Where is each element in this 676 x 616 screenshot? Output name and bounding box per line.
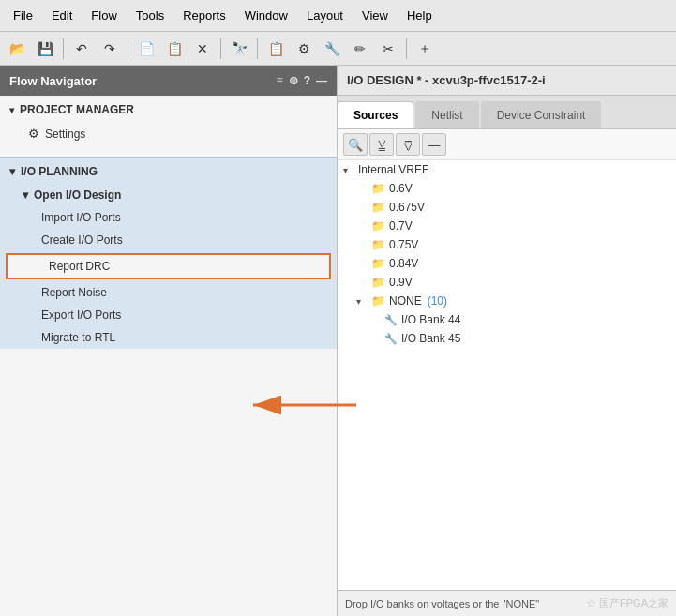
- 0675v-label: 0.675V: [389, 201, 425, 214]
- nav-close-icon[interactable]: —: [316, 74, 327, 87]
- spacer-1: [0, 145, 337, 157]
- import-io-ports-label: Import I/O Ports: [41, 211, 121, 224]
- task-button[interactable]: 📋: [263, 36, 289, 62]
- tree-internal-vref[interactable]: ▾ Internal VREF: [338, 160, 676, 179]
- project-manager-label: PROJECT MANAGER: [20, 103, 134, 116]
- wrench-button[interactable]: 🔧: [319, 36, 345, 62]
- menu-edit[interactable]: Edit: [42, 3, 82, 28]
- menu-window[interactable]: Window: [235, 3, 297, 28]
- menu-view[interactable]: View: [353, 3, 398, 28]
- toolbar-separator-4: [257, 38, 258, 59]
- menu-reports[interactable]: Reports: [173, 3, 235, 28]
- open-io-design-item[interactable]: ▾ Open I/O Design: [0, 184, 337, 206]
- tree-06v[interactable]: 📁 0.6V: [338, 179, 676, 198]
- toolbar-separator-1: [63, 38, 64, 59]
- menu-help[interactable]: Help: [398, 3, 442, 28]
- 084v-label: 0.84V: [389, 257, 418, 270]
- status-text: Drop I/O banks on voltages or the "NONE": [345, 598, 539, 609]
- settings-nav-item[interactable]: ⚙ Settings: [0, 122, 337, 145]
- collapse-all-button[interactable]: ⩣: [369, 133, 394, 156]
- navigator-title: Flow Navigator: [9, 74, 97, 88]
- folder-icon-09v: 📁: [371, 276, 385, 289]
- tree-io-bank-45[interactable]: 🔧 I/O Bank 45: [338, 329, 676, 348]
- nav-pin-icon[interactable]: ⊜: [289, 74, 298, 87]
- tab-netlist[interactable]: Netlist: [415, 101, 478, 128]
- toolbar-separator-5: [406, 38, 407, 59]
- menu-file[interactable]: File: [4, 3, 42, 28]
- migrate-to-rtl-label: Migrate to RTL: [41, 331, 115, 344]
- settings-label: Settings: [45, 128, 85, 141]
- tab-device-constraint[interactable]: Device Constraint: [481, 101, 602, 128]
- search-sources-button[interactable]: 🔍: [343, 133, 368, 156]
- save-button[interactable]: 💾: [32, 36, 58, 62]
- flow-navigator: Flow Navigator ≡ ⊜ ? — ▾ PROJECT MANAGER…: [0, 66, 338, 616]
- menu-layout[interactable]: Layout: [297, 3, 353, 28]
- settings-button[interactable]: ⚙: [291, 36, 317, 62]
- folder-icon-075v: 📁: [371, 238, 385, 251]
- create-io-ports-item[interactable]: Create I/O Ports: [0, 229, 337, 251]
- 06v-label: 0.6V: [389, 182, 413, 195]
- tree-084v[interactable]: 📁 0.84V: [338, 254, 676, 273]
- project-manager-chevron: ▾: [9, 105, 14, 115]
- delete-button[interactable]: ✕: [189, 36, 216, 62]
- paste-button[interactable]: 📋: [161, 36, 188, 62]
- folder-icon-none: 📁: [371, 294, 385, 308]
- toolbar-separator-2: [128, 38, 128, 59]
- 07v-label: 0.7V: [389, 219, 413, 233]
- 075v-label: 0.75V: [389, 238, 418, 251]
- menu-bar: File Edit Flow Tools Reports Window Layo…: [0, 0, 676, 32]
- io-planning-header[interactable]: ▾ I/O PLANNING: [0, 158, 337, 184]
- redo-button[interactable]: ↷: [97, 36, 123, 62]
- tree-io-bank-44[interactable]: 🔧 I/O Bank 44: [338, 310, 676, 329]
- none-chevron: ▾: [356, 296, 368, 307]
- tab-sources[interactable]: Sources: [338, 101, 413, 128]
- none-label: NONE: [389, 294, 422, 308]
- nav-help-icon[interactable]: ?: [304, 74, 310, 87]
- tree-none[interactable]: ▾ 📁 NONE (10): [338, 292, 676, 310]
- navigator-controls: ≡ ⊜ ? —: [277, 74, 327, 87]
- nav-collapse-icon[interactable]: ≡: [277, 74, 283, 87]
- menu-tools[interactable]: Tools: [127, 3, 173, 28]
- import-io-ports-item[interactable]: Import I/O Ports: [0, 206, 337, 229]
- open-button[interactable]: 📂: [4, 36, 30, 62]
- tree-09v[interactable]: 📁 0.9V: [338, 273, 676, 292]
- report-drc-item[interactable]: Report DRC: [6, 253, 331, 279]
- status-bar: Drop I/O banks on voltages or the "NONE"…: [338, 590, 676, 616]
- folder-icon-06v: 📁: [371, 182, 385, 195]
- internal-vref-label: Internal VREF: [358, 163, 428, 176]
- main-toolbar: 📂 💾 ↶ ↷ 📄 📋 ✕ 🔭 📋 ⚙ 🔧 ✏ ✂ ＋: [0, 32, 676, 66]
- report-noise-item[interactable]: Report Noise: [0, 281, 337, 304]
- pencil-button[interactable]: ✏: [347, 36, 373, 62]
- io-planning-label: I/O PLANNING: [21, 165, 98, 178]
- copy-button[interactable]: 📄: [133, 36, 159, 62]
- menu-flow[interactable]: Flow: [82, 3, 126, 28]
- migrate-to-rtl-item[interactable]: Migrate to RTL: [0, 326, 337, 349]
- export-io-ports-label: Export I/O Ports: [41, 308, 121, 322]
- io-bank-45-label: I/O Bank 45: [401, 332, 460, 345]
- add-button[interactable]: ＋: [412, 36, 438, 62]
- tree-0675v[interactable]: 📁 0.675V: [338, 198, 676, 217]
- toolbar-separator-3: [220, 38, 221, 59]
- undo-button[interactable]: ↶: [68, 36, 95, 62]
- navigator-header: Flow Navigator ≡ ⊜ ? —: [0, 66, 337, 96]
- folder-icon-0675v: 📁: [371, 201, 385, 214]
- panel-title-text: I/O DESIGN * - xcvu3p-ffvc1517-2-i: [347, 73, 546, 87]
- report-noise-label: Report Noise: [41, 286, 107, 299]
- settings-gear-icon: ⚙: [28, 127, 39, 141]
- wrench-icon-45: 🔧: [384, 333, 398, 345]
- navigator-content: ▾ PROJECT MANAGER ⚙ Settings ▾ I/O PLANN…: [0, 96, 337, 616]
- io-planning-chevron: ▾: [9, 165, 15, 178]
- project-manager-header[interactable]: ▾ PROJECT MANAGER: [0, 96, 337, 122]
- binoculars-button[interactable]: 🔭: [226, 36, 252, 62]
- export-io-ports-item[interactable]: Export I/O Ports: [0, 304, 337, 326]
- cut-button[interactable]: ✂: [375, 36, 401, 62]
- tree-07v[interactable]: 📁 0.7V: [338, 217, 676, 235]
- minus-button[interactable]: —: [422, 133, 446, 156]
- tree-075v[interactable]: 📁 0.75V: [338, 235, 676, 254]
- wrench-icon-44: 🔧: [384, 314, 398, 326]
- report-drc-label: Report DRC: [49, 260, 110, 273]
- tab-bar: Sources Netlist Device Constraint: [338, 96, 676, 129]
- 09v-label: 0.9V: [389, 276, 413, 289]
- right-panel: I/O DESIGN * - xcvu3p-ffvc1517-2-i Sourc…: [338, 66, 676, 616]
- expand-all-button[interactable]: ⩢: [396, 133, 420, 156]
